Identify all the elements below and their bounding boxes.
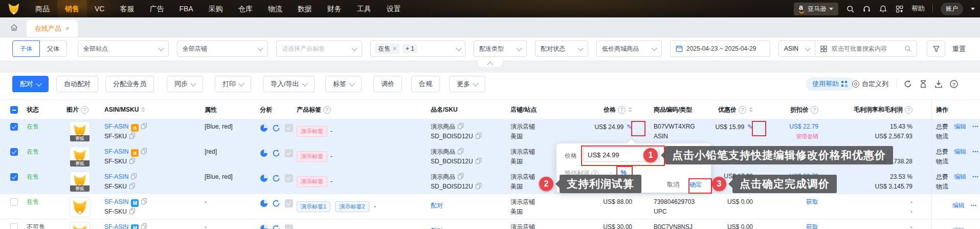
copy-icon[interactable]	[141, 148, 147, 154]
nav-item-finance[interactable]: 财务	[320, 0, 349, 17]
sync-icon[interactable]	[272, 199, 280, 207]
more-icon[interactable]	[970, 202, 977, 209]
copy-icon[interactable]	[131, 173, 137, 179]
edit-link[interactable]: 编辑	[954, 148, 966, 155]
copy-icon[interactable]	[458, 148, 463, 154]
copy-icon[interactable]	[141, 198, 147, 204]
tab-online-products[interactable]: 在线产品	[27, 20, 78, 37]
fetch-link[interactable]: 获取	[806, 198, 818, 205]
nav-item-fba[interactable]: FBA	[171, 0, 201, 17]
nav-item-ads[interactable]: 广告	[142, 0, 171, 17]
marketplace-selector[interactable]: a 亚马逊	[794, 3, 838, 15]
pie-chart-icon[interactable]	[260, 149, 268, 157]
asin-link[interactable]: SF-ASIN	[104, 198, 128, 205]
nav-item-data[interactable]: 数据	[290, 0, 320, 17]
pie-chart-icon[interactable]	[260, 174, 268, 182]
shop-select[interactable]: 全部店铺	[177, 40, 268, 57]
fox-logo[interactable]	[0, 2, 28, 15]
more-icon[interactable]	[972, 123, 979, 130]
row-checkbox[interactable]	[10, 123, 18, 131]
help-circle-icon[interactable]	[739, 106, 746, 114]
search-icon[interactable]	[904, 45, 911, 52]
product-tag-select[interactable]: 请选择产品标签	[276, 40, 362, 57]
help-circle-icon[interactable]	[905, 106, 912, 114]
account-chevron-icon[interactable]	[971, 8, 975, 10]
reprice-button[interactable]: 调价	[373, 76, 402, 92]
edit-link[interactable]: 编辑	[952, 202, 965, 209]
print-button[interactable]: 打印	[215, 76, 251, 92]
auto-pair-button[interactable]: 自动配对	[56, 76, 98, 92]
reset-button[interactable]: 重置	[952, 45, 966, 54]
sync-icon[interactable]	[272, 174, 280, 182]
nav-item-purchase[interactable]: 采购	[201, 0, 231, 17]
pair-link[interactable]: 配对	[431, 202, 443, 209]
more-icon[interactable]	[970, 227, 977, 229]
product-image[interactable]: 赛狐	[70, 147, 90, 167]
apps-icon[interactable]	[895, 5, 904, 13]
low-price-select[interactable]: 低价商城商品	[596, 40, 662, 57]
edit-link[interactable]: 编辑	[954, 173, 966, 180]
bell-icon[interactable]	[879, 5, 887, 13]
asin-link[interactable]: SF-ASIN	[104, 148, 128, 155]
nav-item-products[interactable]: 商品	[28, 0, 57, 17]
copy-icon[interactable]	[129, 158, 135, 164]
help-link[interactable]: 帮助	[911, 4, 925, 13]
nav-item-service[interactable]: 客服	[112, 0, 142, 17]
search-icon[interactable]	[846, 5, 855, 13]
batch-search-icon[interactable]	[820, 46, 827, 52]
sort-icon[interactable]	[628, 107, 632, 112]
nav-item-settings[interactable]: 设置	[379, 0, 409, 17]
product-image[interactable]: 赛狐	[70, 121, 90, 142]
asin-link[interactable]: SF-ASIN	[104, 223, 128, 229]
sort-icon[interactable]	[749, 107, 753, 112]
nav-item-logistics[interactable]: 物流	[260, 0, 290, 17]
copy-icon[interactable]	[458, 173, 463, 179]
hourglass-icon[interactable]	[919, 79, 928, 89]
edit-discount-icon[interactable]	[747, 122, 753, 131]
copy-icon[interactable]	[129, 133, 135, 139]
asin-link[interactable]: SF-ASIN	[104, 123, 128, 130]
chip-close-icon[interactable]	[393, 45, 396, 52]
row-checkbox[interactable]	[10, 148, 18, 156]
copy-icon[interactable]	[141, 223, 147, 229]
listing-status-multiselect[interactable]: 在售 + 1	[370, 40, 465, 57]
asin-link[interactable]: SF-ASIN	[104, 173, 128, 180]
help-circle-icon[interactable]	[618, 106, 626, 114]
site-select[interactable]: 全部站点	[78, 40, 169, 57]
select-all-checkbox[interactable]	[10, 106, 18, 114]
more-icon[interactable]	[972, 148, 979, 155]
import-export-button[interactable]: 导入/导出	[263, 76, 315, 92]
custom-columns-button[interactable]: 自定义列	[852, 79, 888, 89]
edit-price-icon[interactable]	[627, 122, 632, 131]
product-image[interactable]	[70, 197, 90, 217]
sync-icon[interactable]	[272, 224, 280, 229]
pie-chart-icon[interactable]	[260, 124, 268, 132]
copy-icon[interactable]	[476, 158, 481, 164]
tag-button[interactable]: 标签	[325, 76, 362, 92]
product-image[interactable]	[70, 222, 90, 229]
nav-item-tools[interactable]: 工具	[349, 0, 379, 17]
compliance-button[interactable]: 合规	[411, 76, 440, 92]
home-button[interactable]	[6, 21, 21, 33]
search-input[interactable]	[831, 45, 901, 53]
nav-item-vc[interactable]: VC	[87, 0, 112, 17]
pairing-status-select[interactable]: 配对状态	[535, 40, 588, 57]
usage-help-button[interactable]: 使用帮助	[806, 77, 854, 91]
discount-price-link[interactable]: US$ 22.79	[789, 123, 818, 130]
search-type-select[interactable]: ASIN	[778, 40, 815, 57]
delivery-type-select[interactable]: 配送类型	[474, 40, 527, 57]
row-checkbox[interactable]	[10, 198, 18, 206]
help-circle-icon[interactable]	[811, 106, 818, 114]
edit-link[interactable]: 编辑	[954, 123, 966, 130]
collapse-filter-handle[interactable]	[478, 60, 502, 67]
more-button[interactable]: 更多	[449, 76, 485, 92]
copy-icon[interactable]	[476, 133, 481, 139]
manage-promo-link[interactable]: 管理促销	[796, 133, 818, 139]
account-avatar[interactable]: 账户	[941, 3, 963, 15]
headset-icon[interactable]	[862, 5, 871, 13]
row-checkbox[interactable]	[10, 223, 18, 229]
scope-child-button[interactable]: 子体	[12, 40, 40, 57]
copy-icon[interactable]	[129, 183, 135, 189]
download-icon[interactable]	[934, 79, 943, 89]
pair-link[interactable]: 配对	[431, 227, 443, 229]
